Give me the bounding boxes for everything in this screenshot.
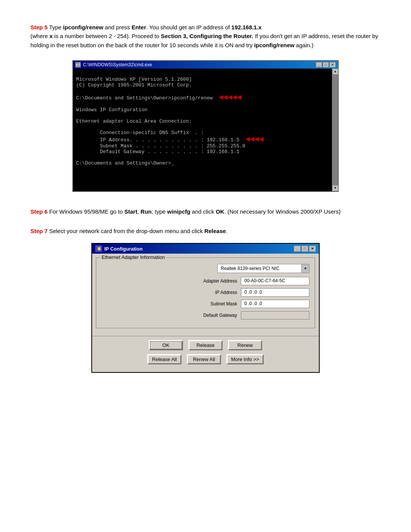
step5-text-before: Type	[48, 24, 63, 30]
ip-address-value: 0 .0 .0 .0	[241, 288, 309, 297]
ip-gateway-value	[241, 311, 309, 320]
cmd-body: Microsoft Windows XP [Version 5.1.2600] …	[73, 69, 338, 191]
cmd-minimize-button[interactable]: _	[316, 62, 322, 67]
step5-after1: (where x is a number between 2 - 254). P…	[30, 33, 378, 48]
cmd-line12: Subnet Mask . . . . . . . . . . . : 255.…	[76, 143, 245, 149]
cmd-line11: IP Address. . . . . . . . . . . . : 192.…	[76, 137, 264, 143]
ip-dialog: 🖥 IP Configuration _ □ ✕ Ethernet Adapte…	[91, 243, 320, 373]
cmd-icon: c:\	[75, 62, 81, 67]
cmd-titlebar: c:\ C:\WINDOWS\System32\cmd.exe _ □ ✕	[73, 61, 338, 69]
cmd-line6: Windows IP Configuration	[76, 107, 147, 113]
step5-label: Step 5	[30, 24, 48, 30]
ip-adapter-address-row: Adapter Address 00-A0-0C-C7-64-5C	[102, 277, 309, 285]
more-info-button[interactable]: More Info >>	[226, 354, 264, 364]
cmd-line8: Ethernet adapter Local Area Connection:	[76, 118, 192, 124]
cmd-line10: Connection-specific DNS Suffix . :	[76, 130, 204, 136]
step5-bold1: ipconfig/renew	[63, 24, 104, 30]
step5-mid1: and press	[103, 24, 131, 30]
cmd-close-button[interactable]: ✕	[330, 62, 336, 67]
renew-button[interactable]: Renew	[228, 340, 262, 350]
ip-adapter-group: Ethernet Adapter Information Realtek 813…	[96, 257, 315, 328]
cmd-body-wrapper: Microsoft Windows XP [Version 5.1.2600] …	[73, 69, 338, 191]
ip-gateway-label: Default Gateway	[188, 313, 237, 318]
cmd-line4: C:\Documents and Settings\Owner>ipconfig…	[76, 95, 242, 101]
ip-titlebar-left: 🖥 IP Configuration	[95, 245, 143, 252]
ip-maximize-button[interactable]: □	[301, 246, 308, 252]
cmd-titlebar-buttons: _ □ ✕	[316, 62, 336, 67]
step6-block: Step 6 For Windows 95/98/ME go to Start,…	[30, 207, 381, 216]
ip-adapter-address-value: 00-A0-0C-C7-64-5C	[241, 277, 309, 285]
cmd-line1: Microsoft Windows XP [Version 5.1.2600]	[76, 77, 192, 82]
cmd-title-text: C:\WINDOWS\System32\cmd.exe	[83, 62, 152, 67]
ip-subnet-row: Subnet Mask 0 .0 .0 .0	[102, 300, 309, 308]
ip-nic-value: Realtek 8139-series PCI NIC	[218, 265, 301, 272]
cmd-window: c:\ C:\WINDOWS\System32\cmd.exe _ □ ✕ Mi…	[72, 60, 339, 192]
ip-title-text: IP Configuration	[104, 246, 143, 252]
ip-dropdown-row: Realtek 8139-series PCI NIC ▼	[102, 264, 309, 273]
step7-label: Step 7	[30, 228, 48, 234]
ip-btn-row1: OK Release Renew	[96, 340, 315, 350]
ip-address-label: IP Address	[188, 290, 237, 295]
cmd-scroll-up[interactable]: ▲	[332, 69, 338, 75]
step6-text: Step 6 For Windows 95/98/ME go to Start,…	[30, 207, 381, 216]
ip-subnet-value: 0 .0 .0 .0	[241, 300, 309, 308]
ip-subnet-label: Subnet Mask	[188, 301, 237, 307]
ip-dropdown-arrow-icon[interactable]: ▼	[301, 264, 309, 273]
step6-label: Step 6	[30, 208, 48, 215]
cmd-line15: C:\Documents and Settings\Owner>_	[76, 160, 174, 166]
cmd-maximize-button[interactable]: □	[323, 62, 329, 67]
step5-bold2: Enter	[132, 24, 146, 30]
ip-btn-row2: Release All Renew All More Info >>	[96, 354, 315, 364]
cmd-scrollbar[interactable]: ▲ ▼	[332, 69, 338, 191]
cmd-line13: Default Gateway . . . . . . . . . : 192.…	[76, 149, 239, 155]
ip-button-section: OK Release Renew Release All Renew All M…	[92, 336, 319, 372]
ip-minimize-button[interactable]: _	[294, 246, 301, 252]
ip-group-legend: Ethernet Adapter Information	[100, 254, 166, 260]
ip-close-button[interactable]: ✕	[309, 246, 316, 252]
ok-button[interactable]: OK	[149, 340, 183, 350]
cmd-titlebar-title: c:\ C:\WINDOWS\System32\cmd.exe	[75, 62, 152, 67]
ip-title-icon: 🖥	[95, 245, 102, 252]
ip-titlebar-buttons: _ □ ✕	[294, 246, 316, 252]
ip-body: Ethernet Adapter Information Realtek 813…	[92, 254, 319, 336]
ip-nic-dropdown[interactable]: Realtek 8139-series PCI NIC ▼	[217, 264, 309, 273]
ip-titlebar: 🖥 IP Configuration _ □ ✕	[92, 244, 319, 254]
release-all-button[interactable]: Release All	[147, 354, 182, 364]
release-button[interactable]: Release	[188, 340, 223, 350]
ip-gateway-row: Default Gateway	[102, 311, 309, 320]
step5-block: Step 5 Type ipconfig/renew and press Ent…	[30, 23, 381, 50]
step5-mid2: . You should get an IP address of	[146, 24, 231, 30]
step7-block: Step 7 Select your network card from the…	[30, 227, 381, 235]
step7-text: Step 7 Select your network card from the…	[30, 227, 381, 235]
ip-address-row: IP Address 0 .0 .0 .0	[102, 288, 309, 297]
step5-text: Step 5 Type ipconfig/renew and press Ent…	[30, 23, 381, 50]
cmd-line2: (C) Copyright 1985-2001 Microsoft Corp.	[76, 82, 192, 88]
renew-all-button[interactable]: Renew All	[187, 354, 221, 364]
step5-bold3: 192.168.1.x	[231, 24, 261, 30]
ip-adapter-address-label: Adapter Address	[188, 278, 237, 284]
cmd-scroll-down[interactable]: ▼	[332, 185, 338, 191]
